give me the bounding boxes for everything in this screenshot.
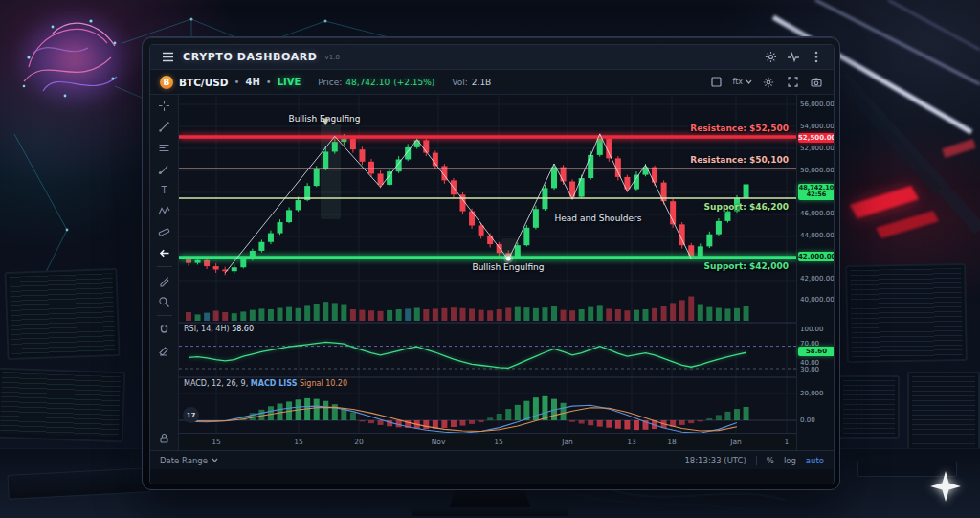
y-axis-label: 30.00 bbox=[800, 366, 819, 373]
chart-area[interactable]: 151520Nov15Jan1318Jan1 RSI, 14, 4H) 58.6… bbox=[179, 95, 796, 450]
chart-annotation: Bullish Engulfing bbox=[288, 114, 360, 124]
gear-icon[interactable] bbox=[763, 50, 778, 65]
pattern-tool-icon[interactable] bbox=[156, 203, 172, 218]
separator-dot: • bbox=[234, 77, 240, 87]
scene: CRYPTO DASHBOARD v1.0 B BTC/USD • 4H • bbox=[0, 0, 980, 518]
app-version: v1.0 bbox=[325, 54, 340, 61]
x-axis-label: 15 bbox=[212, 438, 221, 446]
volume-label: Vol: bbox=[452, 78, 468, 87]
time-axis[interactable]: 151520Nov15Jan1318Jan1 bbox=[179, 433, 796, 450]
macd-label: MACD, 12, 26, 9, bbox=[184, 379, 248, 388]
watermark-logo: 17 bbox=[183, 407, 199, 423]
volume-value: 2.1B bbox=[472, 78, 492, 87]
log-scale-button[interactable]: log bbox=[784, 456, 796, 465]
y-axis-label: 0.00 bbox=[800, 417, 815, 424]
crypto-dashboard-window: CRYPTO DASHBOARD v1.0 B BTC/USD • 4H • bbox=[149, 44, 835, 484]
level-label: Resistance: $52,500 bbox=[690, 124, 789, 133]
gear-icon[interactable] bbox=[761, 75, 776, 90]
symbol-pair[interactable]: BTC/USD bbox=[179, 77, 229, 88]
macd-signal-value: Signal 10.20 bbox=[300, 379, 347, 388]
clock: 18:13:33 (UTC) bbox=[684, 456, 746, 465]
y-axis-label: 42,000.00 bbox=[800, 275, 835, 282]
date-range-label: Date Range bbox=[160, 456, 208, 465]
timeframe-selector[interactable]: 4H bbox=[245, 77, 259, 87]
brush-icon[interactable] bbox=[156, 161, 172, 176]
lock-icon[interactable] bbox=[156, 430, 172, 445]
peripheral-monitor bbox=[845, 263, 968, 363]
rsi-label: RSI, 14, 4H) bbox=[184, 325, 230, 333]
zoom-in-icon[interactable] bbox=[156, 294, 172, 309]
price-value: 48,742.10 bbox=[345, 78, 390, 87]
chart-annotation: Head and Shoulders bbox=[555, 214, 642, 223]
y-axis-label: 52,500.00 bbox=[798, 133, 835, 143]
x-axis-label: 13 bbox=[627, 438, 636, 446]
level-label: Support: $46,200 bbox=[704, 202, 789, 212]
monitor: CRYPTO DASHBOARD v1.0 B BTC/USD • 4H • bbox=[142, 36, 840, 490]
macd-line-value: MACD LISS bbox=[251, 379, 298, 388]
eraser-icon[interactable] bbox=[156, 343, 172, 358]
kebab-menu-icon[interactable] bbox=[809, 50, 824, 65]
y-axis-label: 46,000.00 bbox=[800, 210, 835, 217]
ruler-icon[interactable] bbox=[156, 224, 172, 239]
x-axis-label: Jan bbox=[730, 438, 742, 446]
x-axis-label: 1 bbox=[785, 438, 790, 446]
menu-icon[interactable] bbox=[160, 50, 175, 65]
peripheral-monitor bbox=[907, 372, 980, 452]
magnet-icon[interactable] bbox=[156, 322, 172, 337]
auto-scale-button[interactable]: auto bbox=[806, 456, 824, 465]
level-label: Resistance: $50,100 bbox=[690, 155, 789, 165]
y-axis-label: 50,000.00 bbox=[800, 167, 835, 174]
frame-icon[interactable] bbox=[708, 75, 724, 90]
live-badge: LIVE bbox=[278, 77, 301, 87]
y-axis-label: 58.60 bbox=[798, 347, 835, 356]
price-readout: Price: 48,742.10 (+2.15%) bbox=[318, 78, 434, 87]
macd-panel-title: MACD, 12, 26, 9, MACD LISS Signal 10.20 bbox=[184, 379, 347, 388]
monitor-stand-base bbox=[412, 507, 568, 516]
x-axis-label: 15 bbox=[294, 438, 303, 446]
y-axis-label: 44,000.00 bbox=[800, 232, 835, 239]
x-axis-label: 15 bbox=[494, 438, 503, 446]
activity-icon[interactable] bbox=[786, 50, 801, 65]
date-range-dropdown[interactable]: Date Range bbox=[160, 456, 218, 465]
y-axis-label: 42,000.00 bbox=[798, 252, 835, 261]
y-axis-label: 52,000.00 bbox=[800, 145, 835, 152]
bottom-bar: Date Range 18:13:33 (UTC) % log auto bbox=[150, 450, 834, 469]
red-accent-panels bbox=[850, 139, 976, 238]
level-label: Support: $42,000 bbox=[704, 261, 789, 271]
svg-text:T: T bbox=[160, 185, 167, 195]
x-axis-label: Nov bbox=[432, 438, 446, 446]
y-axis-label: 40,000.00 bbox=[800, 296, 835, 304]
crosshair-icon[interactable] bbox=[156, 98, 172, 113]
x-axis-label: 20 bbox=[354, 438, 364, 446]
price-change: (+2.15%) bbox=[393, 78, 434, 87]
divider bbox=[756, 456, 757, 465]
screen-bezel-filler bbox=[150, 469, 834, 484]
camera-icon[interactable] bbox=[809, 75, 824, 90]
percent-scale-button[interactable]: % bbox=[767, 456, 774, 465]
drawing-toolbar: T bbox=[150, 95, 179, 450]
y-axis-label: 56,000.00 bbox=[800, 101, 835, 108]
y-axis-label: 100.00 bbox=[800, 326, 824, 333]
chevron-down-icon bbox=[212, 458, 218, 462]
y-axis-label: 20,000 bbox=[800, 390, 824, 397]
price-label: Price: bbox=[318, 78, 342, 87]
peripheral-monitor bbox=[4, 268, 120, 360]
horizontal-lines-icon[interactable] bbox=[156, 140, 172, 155]
peripheral-monitor bbox=[0, 368, 125, 443]
top-bar: CRYPTO DASHBOARD v1.0 bbox=[150, 45, 834, 70]
symbol-bar: B BTC/USD • 4H • LIVE Price: 48,742.10 (… bbox=[150, 70, 834, 95]
preset-label: ftx bbox=[732, 78, 743, 86]
arrow-left-icon[interactable] bbox=[156, 245, 172, 260]
preset-dropdown[interactable]: ftx bbox=[732, 78, 752, 86]
pencil-icon[interactable] bbox=[156, 273, 172, 288]
desk-device bbox=[858, 462, 957, 477]
price-axis[interactable]: 56,000.0054,000.0052,500.0052,000.0050,0… bbox=[796, 95, 835, 450]
trend-line-icon[interactable] bbox=[156, 119, 172, 134]
fullscreen-icon[interactable] bbox=[785, 75, 800, 90]
app-title: CRYPTO DASHBOARD bbox=[183, 51, 318, 63]
y-axis-label: 54,000.00 bbox=[800, 123, 835, 130]
separator-dot: • bbox=[266, 77, 272, 87]
y-axis-label: 48,742.1042:56 bbox=[798, 184, 835, 200]
bitcoin-icon: B bbox=[160, 76, 173, 89]
text-tool-icon[interactable]: T bbox=[156, 182, 172, 197]
